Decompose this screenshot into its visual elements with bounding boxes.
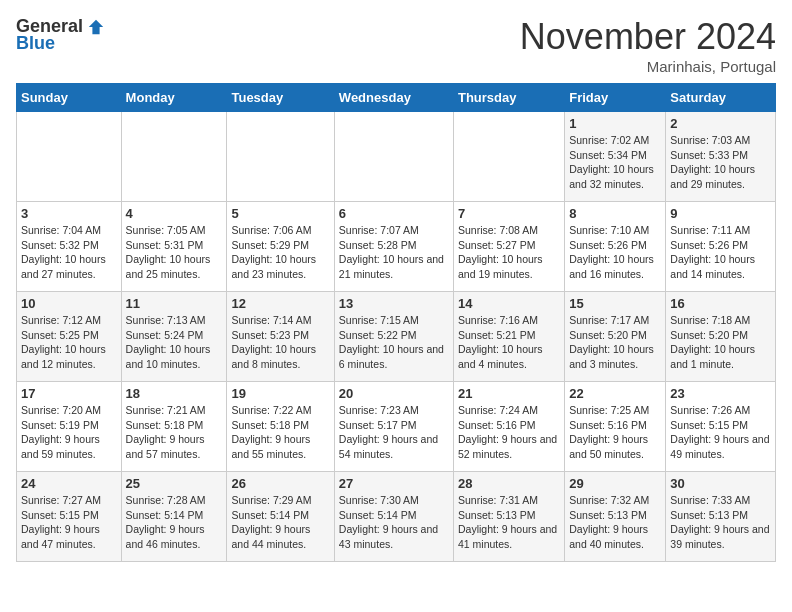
calendar-cell-w3d0: 17Sunrise: 7:20 AM Sunset: 5:19 PM Dayli… (17, 382, 122, 472)
calendar-cell-w0d3 (334, 112, 453, 202)
page-header: General Blue November 2024 Marinhais, Po… (16, 16, 776, 75)
calendar-table: SundayMondayTuesdayWednesdayThursdayFrid… (16, 83, 776, 562)
day-number: 29 (569, 476, 661, 491)
day-info: Sunrise: 7:14 AM Sunset: 5:23 PM Dayligh… (231, 313, 329, 372)
day-number: 22 (569, 386, 661, 401)
calendar-cell-w3d6: 23Sunrise: 7:26 AM Sunset: 5:15 PM Dayli… (666, 382, 776, 472)
calendar-cell-w4d6: 30Sunrise: 7:33 AM Sunset: 5:13 PM Dayli… (666, 472, 776, 562)
calendar-cell-w1d2: 5Sunrise: 7:06 AM Sunset: 5:29 PM Daylig… (227, 202, 334, 292)
day-info: Sunrise: 7:32 AM Sunset: 5:13 PM Dayligh… (569, 493, 661, 552)
calendar-cell-w1d6: 9Sunrise: 7:11 AM Sunset: 5:26 PM Daylig… (666, 202, 776, 292)
day-info: Sunrise: 7:25 AM Sunset: 5:16 PM Dayligh… (569, 403, 661, 462)
calendar-cell-w2d1: 11Sunrise: 7:13 AM Sunset: 5:24 PM Dayli… (121, 292, 227, 382)
calendar-cell-w0d1 (121, 112, 227, 202)
calendar-cell-w4d0: 24Sunrise: 7:27 AM Sunset: 5:15 PM Dayli… (17, 472, 122, 562)
day-number: 2 (670, 116, 771, 131)
calendar-cell-w1d0: 3Sunrise: 7:04 AM Sunset: 5:32 PM Daylig… (17, 202, 122, 292)
day-info: Sunrise: 7:05 AM Sunset: 5:31 PM Dayligh… (126, 223, 223, 282)
calendar-cell-w1d3: 6Sunrise: 7:07 AM Sunset: 5:28 PM Daylig… (334, 202, 453, 292)
day-info: Sunrise: 7:06 AM Sunset: 5:29 PM Dayligh… (231, 223, 329, 282)
day-number: 6 (339, 206, 449, 221)
day-info: Sunrise: 7:21 AM Sunset: 5:18 PM Dayligh… (126, 403, 223, 462)
day-number: 15 (569, 296, 661, 311)
col-header-thursday: Thursday (453, 84, 564, 112)
calendar-cell-w0d0 (17, 112, 122, 202)
logo: General Blue (16, 16, 105, 54)
day-number: 17 (21, 386, 117, 401)
day-number: 8 (569, 206, 661, 221)
day-number: 1 (569, 116, 661, 131)
day-info: Sunrise: 7:10 AM Sunset: 5:26 PM Dayligh… (569, 223, 661, 282)
calendar-cell-w3d1: 18Sunrise: 7:21 AM Sunset: 5:18 PM Dayli… (121, 382, 227, 472)
day-number: 23 (670, 386, 771, 401)
day-info: Sunrise: 7:31 AM Sunset: 5:13 PM Dayligh… (458, 493, 560, 552)
day-info: Sunrise: 7:22 AM Sunset: 5:18 PM Dayligh… (231, 403, 329, 462)
calendar-cell-w0d6: 2Sunrise: 7:03 AM Sunset: 5:33 PM Daylig… (666, 112, 776, 202)
day-number: 27 (339, 476, 449, 491)
day-number: 10 (21, 296, 117, 311)
day-number: 21 (458, 386, 560, 401)
day-info: Sunrise: 7:27 AM Sunset: 5:15 PM Dayligh… (21, 493, 117, 552)
calendar-cell-w3d4: 21Sunrise: 7:24 AM Sunset: 5:16 PM Dayli… (453, 382, 564, 472)
day-info: Sunrise: 7:28 AM Sunset: 5:14 PM Dayligh… (126, 493, 223, 552)
day-info: Sunrise: 7:18 AM Sunset: 5:20 PM Dayligh… (670, 313, 771, 372)
day-info: Sunrise: 7:03 AM Sunset: 5:33 PM Dayligh… (670, 133, 771, 192)
day-info: Sunrise: 7:07 AM Sunset: 5:28 PM Dayligh… (339, 223, 449, 282)
day-info: Sunrise: 7:12 AM Sunset: 5:25 PM Dayligh… (21, 313, 117, 372)
day-info: Sunrise: 7:29 AM Sunset: 5:14 PM Dayligh… (231, 493, 329, 552)
day-info: Sunrise: 7:04 AM Sunset: 5:32 PM Dayligh… (21, 223, 117, 282)
col-header-saturday: Saturday (666, 84, 776, 112)
calendar-cell-w2d6: 16Sunrise: 7:18 AM Sunset: 5:20 PM Dayli… (666, 292, 776, 382)
calendar-cell-w1d5: 8Sunrise: 7:10 AM Sunset: 5:26 PM Daylig… (565, 202, 666, 292)
svg-marker-0 (89, 19, 103, 33)
day-info: Sunrise: 7:26 AM Sunset: 5:15 PM Dayligh… (670, 403, 771, 462)
calendar-cell-w3d5: 22Sunrise: 7:25 AM Sunset: 5:16 PM Dayli… (565, 382, 666, 472)
day-info: Sunrise: 7:11 AM Sunset: 5:26 PM Dayligh… (670, 223, 771, 282)
day-info: Sunrise: 7:13 AM Sunset: 5:24 PM Dayligh… (126, 313, 223, 372)
day-number: 28 (458, 476, 560, 491)
day-info: Sunrise: 7:33 AM Sunset: 5:13 PM Dayligh… (670, 493, 771, 552)
calendar-cell-w4d1: 25Sunrise: 7:28 AM Sunset: 5:14 PM Dayli… (121, 472, 227, 562)
month-title: November 2024 (520, 16, 776, 58)
day-number: 7 (458, 206, 560, 221)
col-header-wednesday: Wednesday (334, 84, 453, 112)
day-number: 14 (458, 296, 560, 311)
day-number: 19 (231, 386, 329, 401)
calendar-cell-w0d4 (453, 112, 564, 202)
calendar-cell-w2d4: 14Sunrise: 7:16 AM Sunset: 5:21 PM Dayli… (453, 292, 564, 382)
logo-blue: Blue (16, 33, 55, 54)
day-info: Sunrise: 7:16 AM Sunset: 5:21 PM Dayligh… (458, 313, 560, 372)
day-info: Sunrise: 7:23 AM Sunset: 5:17 PM Dayligh… (339, 403, 449, 462)
day-number: 13 (339, 296, 449, 311)
col-header-sunday: Sunday (17, 84, 122, 112)
day-number: 26 (231, 476, 329, 491)
day-info: Sunrise: 7:15 AM Sunset: 5:22 PM Dayligh… (339, 313, 449, 372)
location-subtitle: Marinhais, Portugal (520, 58, 776, 75)
day-number: 3 (21, 206, 117, 221)
day-number: 18 (126, 386, 223, 401)
calendar-cell-w3d2: 19Sunrise: 7:22 AM Sunset: 5:18 PM Dayli… (227, 382, 334, 472)
col-header-tuesday: Tuesday (227, 84, 334, 112)
day-info: Sunrise: 7:20 AM Sunset: 5:19 PM Dayligh… (21, 403, 117, 462)
day-number: 5 (231, 206, 329, 221)
day-info: Sunrise: 7:08 AM Sunset: 5:27 PM Dayligh… (458, 223, 560, 282)
day-number: 20 (339, 386, 449, 401)
calendar-cell-w1d4: 7Sunrise: 7:08 AM Sunset: 5:27 PM Daylig… (453, 202, 564, 292)
day-info: Sunrise: 7:24 AM Sunset: 5:16 PM Dayligh… (458, 403, 560, 462)
calendar-cell-w0d5: 1Sunrise: 7:02 AM Sunset: 5:34 PM Daylig… (565, 112, 666, 202)
day-number: 12 (231, 296, 329, 311)
day-number: 16 (670, 296, 771, 311)
title-block: November 2024 Marinhais, Portugal (520, 16, 776, 75)
calendar-cell-w2d0: 10Sunrise: 7:12 AM Sunset: 5:25 PM Dayli… (17, 292, 122, 382)
day-number: 11 (126, 296, 223, 311)
day-info: Sunrise: 7:17 AM Sunset: 5:20 PM Dayligh… (569, 313, 661, 372)
calendar-cell-w4d3: 27Sunrise: 7:30 AM Sunset: 5:14 PM Dayli… (334, 472, 453, 562)
day-number: 25 (126, 476, 223, 491)
col-header-monday: Monday (121, 84, 227, 112)
calendar-cell-w1d1: 4Sunrise: 7:05 AM Sunset: 5:31 PM Daylig… (121, 202, 227, 292)
logo-icon (87, 18, 105, 36)
day-number: 4 (126, 206, 223, 221)
calendar-cell-w4d2: 26Sunrise: 7:29 AM Sunset: 5:14 PM Dayli… (227, 472, 334, 562)
calendar-cell-w2d3: 13Sunrise: 7:15 AM Sunset: 5:22 PM Dayli… (334, 292, 453, 382)
calendar-cell-w3d3: 20Sunrise: 7:23 AM Sunset: 5:17 PM Dayli… (334, 382, 453, 472)
